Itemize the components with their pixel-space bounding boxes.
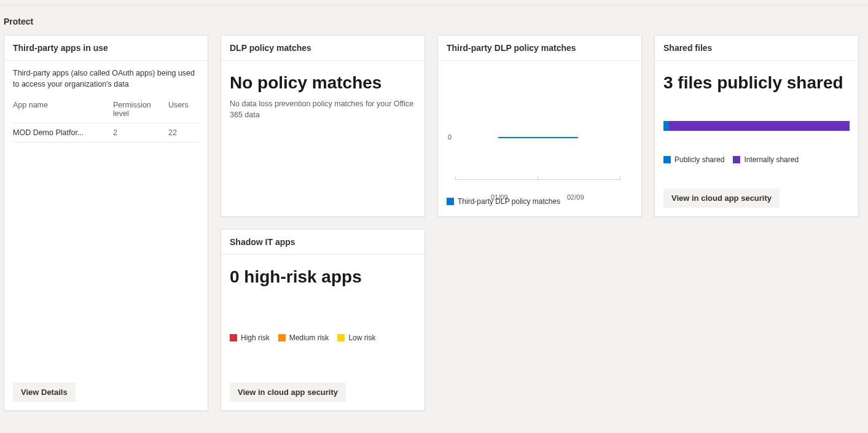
col-permission: Permission level [113, 101, 168, 118]
legend-swatch-icon [278, 334, 286, 341]
legend-swatch-icon [663, 156, 671, 163]
cell-app-name: MOD Demo Platfor... [13, 128, 113, 137]
card-header: DLP policy matches [221, 36, 424, 61]
col-users: Users [168, 101, 199, 118]
chart-legend: Publicly shared Internally shared [663, 155, 850, 164]
legend-label: Third-party DLP policy matches [458, 197, 560, 206]
legend-label: Publicly shared [674, 155, 724, 164]
card-description: Third-party apps (also called OAuth apps… [13, 68, 199, 90]
card-footer: View in cloud app security [221, 383, 424, 410]
axis-tick [538, 176, 538, 180]
card-body: No policy matches No data loss preventio… [221, 61, 424, 216]
card-body: 0 01/09 02/09 Third-party DLP policy mat… [438, 61, 641, 216]
legend-swatch-icon [337, 334, 345, 341]
headline: No policy matches [230, 73, 416, 93]
card-third-party-apps: Third-party apps in use Third-party apps… [4, 35, 208, 411]
legend-item-public: Publicly shared [663, 155, 724, 164]
bar-segment-public [663, 121, 669, 131]
card-shared-files: Shared files 3 files publicly shared Pub… [654, 35, 859, 217]
card-body: 3 files publicly shared Publicly shared … [655, 61, 858, 189]
card-footer: View in cloud app security [655, 189, 858, 216]
card-header: Third-party apps in use [4, 36, 208, 61]
legend-swatch-icon [733, 156, 740, 163]
view-details-button[interactable]: View Details [13, 383, 76, 402]
cell-permission: 2 [113, 128, 168, 137]
dlp-chart: 0 01/09 02/09 [447, 80, 633, 191]
card-footer: View Details [4, 383, 208, 410]
section-title: Protect [0, 6, 868, 35]
legend-swatch-icon [447, 198, 454, 205]
cards-grid: Third-party apps in use Third-party apps… [0, 35, 868, 411]
legend-label: Medium risk [289, 334, 329, 342]
body-text: No data loss prevention policy matches f… [230, 99, 416, 120]
legend-label: Low risk [348, 334, 375, 342]
card-header: Shared files [655, 36, 858, 61]
stacked-bar-chart [663, 121, 850, 131]
legend-label: High risk [241, 334, 270, 342]
legend-item-medium: Medium risk [278, 334, 329, 342]
y-axis-label: 0 [448, 133, 452, 141]
table-header-row: App name Permission level Users [13, 96, 199, 123]
x-label-1: 01/09 [491, 193, 508, 201]
headline: 0 high-risk apps [230, 267, 416, 287]
card-dlp-matches: DLP policy matches No policy matches No … [221, 35, 425, 217]
legend-item-low: Low risk [337, 334, 375, 342]
view-cloud-app-security-button[interactable]: View in cloud app security [230, 383, 346, 402]
legend-label: Internally shared [744, 155, 799, 164]
card-third-party-dlp: Third-party DLP policy matches 0 01/09 0… [437, 35, 642, 217]
legend-swatch-icon [230, 334, 237, 341]
card-shadow-it: Shadow IT apps 0 high-risk apps High ris… [221, 229, 425, 411]
chart-legend: High risk Medium risk Low risk [230, 334, 416, 342]
axis-tick [455, 176, 456, 180]
view-cloud-app-security-button[interactable]: View in cloud app security [663, 189, 780, 208]
col-app-name: App name [13, 101, 113, 118]
card-body: Third-party apps (also called OAuth apps… [4, 61, 208, 383]
table-row[interactable]: MOD Demo Platfor... 2 22 [13, 123, 199, 142]
axis-tick [620, 176, 620, 180]
chart-line [498, 137, 578, 138]
cell-users: 22 [168, 128, 199, 137]
legend-item-high: High risk [230, 334, 270, 342]
x-label-2: 02/09 [567, 193, 584, 201]
headline: 3 files publicly shared [663, 73, 850, 93]
chart-legend: Third-party DLP policy matches [447, 197, 633, 206]
card-header: Shadow IT apps [221, 230, 424, 255]
card-body: 0 high-risk apps High risk Medium risk L… [221, 255, 424, 383]
legend-item-internal: Internally shared [733, 155, 799, 164]
card-header: Third-party DLP policy matches [438, 36, 641, 61]
